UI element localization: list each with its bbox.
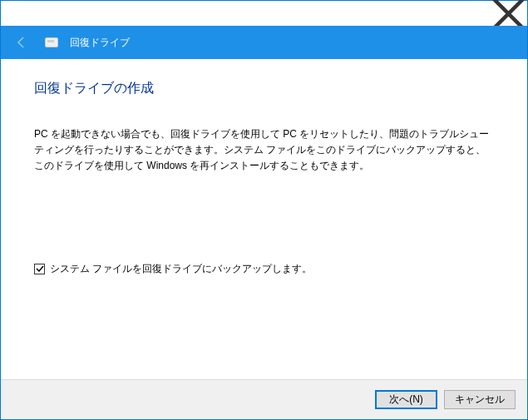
wizard-title: 回復ドライブ [70,36,130,50]
close-button[interactable] [490,1,527,26]
page-description: PC を起動できない場合でも、回復ドライブを使用して PC をリセットしたり、問… [34,126,494,175]
page-title: 回復ドライブの作成 [34,80,494,97]
wizard-content: 回復ドライブの作成 PC を起動できない場合でも、回復ドライブを使用して PC … [1,59,527,379]
cancel-button[interactable]: キャンセル [444,390,516,409]
checkmark-icon [36,264,44,273]
drive-icon [45,37,58,47]
window-titlebar [1,1,527,26]
backup-checkbox-row: システム ファイルを回復ドライブにバックアップします。 [34,262,494,276]
wizard-header-band: 回復ドライブ [1,26,527,59]
next-button[interactable]: 次へ(N) [375,390,437,409]
back-arrow-icon [15,36,28,49]
backup-checkbox[interactable] [34,264,45,274]
recovery-drive-wizard-window: 回復ドライブ 回復ドライブの作成 PC を起動できない場合でも、回復ドライブを使… [0,0,528,420]
back-button [13,34,30,51]
wizard-footer: 次へ(N) キャンセル [1,379,527,419]
backup-checkbox-label[interactable]: システム ファイルを回復ドライブにバックアップします。 [50,262,312,276]
